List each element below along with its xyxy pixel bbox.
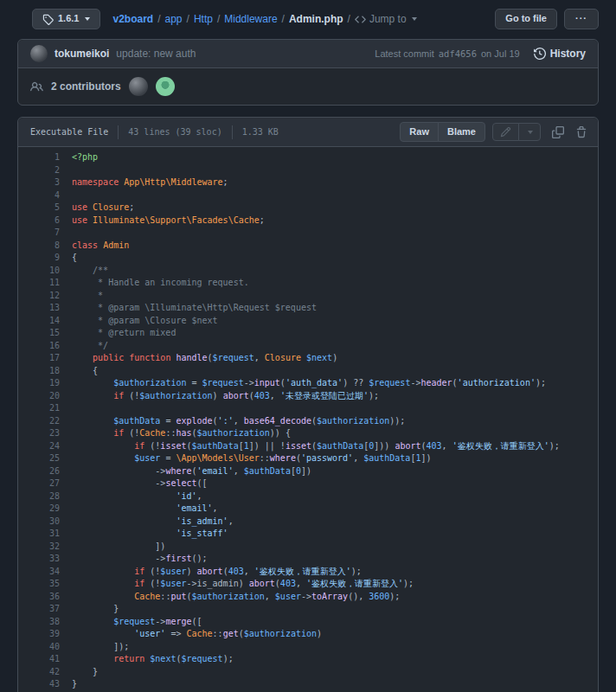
delete-file-button[interactable] (575, 126, 587, 138)
code-line-content: class Admin (60, 240, 598, 253)
contributor-avatar-2[interactable] (156, 77, 175, 96)
code-line: 18 { (18, 365, 598, 378)
tag-icon (42, 14, 54, 25)
edit-file-button[interactable] (492, 123, 519, 141)
code-table: 1<?php23namespace App\Http\Middleware;45… (18, 151, 598, 691)
code-line-content: { (60, 252, 598, 265)
line-number[interactable]: 16 (18, 340, 60, 353)
file-info: Executable File 43 lines (39 sloc) 1.33 … (30, 125, 279, 139)
code-line: 8class Admin (18, 240, 598, 253)
code-line: 25 $user = \App\Models\User::where('pass… (18, 452, 598, 465)
line-number[interactable]: 2 (18, 164, 60, 177)
commit-author-avatar[interactable] (30, 45, 48, 62)
line-number[interactable]: 29 (18, 503, 60, 516)
code-line: 28 'id', (18, 490, 598, 503)
line-number[interactable]: 3 (18, 176, 60, 189)
line-number[interactable]: 38 (18, 616, 60, 629)
breadcrumb-repo-link[interactable]: v2board (112, 13, 153, 25)
blame-button[interactable]: Blame (438, 122, 485, 142)
line-number[interactable]: 10 (18, 265, 60, 278)
line-number[interactable]: 19 (18, 377, 60, 390)
history-button[interactable]: History (534, 48, 586, 60)
line-number[interactable]: 41 (18, 653, 60, 666)
line-number[interactable]: 37 (18, 603, 60, 616)
edit-dropdown-button[interactable] (518, 123, 541, 141)
breadcrumb-current-file: Admin.php (289, 13, 343, 25)
breadcrumb-separator: / (217, 13, 220, 25)
jump-to-button[interactable]: Jump to (355, 13, 417, 25)
line-number[interactable]: 5 (18, 202, 60, 215)
code-line-content: * Handle an incoming request. (60, 277, 598, 290)
line-number[interactable]: 30 (18, 516, 60, 529)
contributor-avatar-1[interactable] (129, 77, 148, 96)
line-number[interactable]: 26 (18, 465, 60, 478)
line-number[interactable]: 6 (18, 215, 60, 227)
code-line: 13 * @param \Illuminate\Http\Request $re… (18, 302, 598, 315)
commit-sha-link[interactable]: adf4656 (439, 48, 477, 59)
file-size: 1.33 KB (242, 127, 279, 137)
line-number[interactable]: 28 (18, 490, 60, 503)
line-number[interactable]: 15 (18, 327, 60, 340)
line-number[interactable]: 27 (18, 477, 60, 490)
line-number[interactable]: 39 (18, 628, 60, 641)
line-number[interactable]: 9 (18, 252, 60, 265)
code-line: 23 if (!Cache::has($authorization)) { (18, 427, 598, 440)
code-line: 41 return $next($request); (18, 653, 598, 666)
line-number[interactable]: 13 (18, 302, 60, 315)
line-number[interactable]: 31 (18, 528, 60, 541)
commit-message[interactable]: update: new auth (116, 48, 196, 60)
line-number[interactable]: 32 (18, 541, 60, 554)
line-number[interactable]: 1 (18, 151, 60, 164)
breadcrumb-separator: / (282, 13, 285, 25)
line-number[interactable]: 11 (18, 277, 60, 290)
line-number[interactable]: 34 (18, 566, 60, 579)
file-page: 1.6.1 v2board / app / Http / Middleware … (0, 0, 616, 692)
line-number[interactable]: 21 (18, 402, 60, 415)
raw-button[interactable]: Raw (400, 122, 439, 142)
code-line-content: 'email', (60, 503, 598, 516)
caret-down-icon (412, 17, 417, 21)
line-number[interactable]: 8 (18, 240, 60, 253)
line-number[interactable]: 12 (18, 290, 60, 303)
line-number[interactable]: 22 (18, 415, 60, 428)
code-line-content: ->where('email', $authData[0]) (60, 465, 598, 478)
code-line: 36 Cache::put($authorization, $user->toA… (18, 591, 598, 604)
code-line: 3namespace App\Http\Middleware; (18, 176, 598, 189)
commit-box: tokumeikoi update: new auth Latest commi… (17, 39, 599, 106)
latest-commit-label: Latest commit (375, 48, 433, 59)
code-line-content: if (!isset($authData[1]) || !isset($auth… (60, 440, 598, 453)
line-number[interactable]: 33 (18, 553, 60, 566)
code-line-content: ]); (60, 641, 598, 654)
commit-author-link[interactable]: tokumeikoi (55, 48, 109, 60)
code-line-content (60, 402, 598, 415)
code-line-content: public function handle($request, Closure… (60, 352, 598, 365)
code-line: 10 /** (18, 265, 598, 278)
breadcrumb-dir-app[interactable]: app (165, 13, 183, 25)
line-number[interactable]: 23 (18, 427, 60, 440)
line-number[interactable]: 36 (18, 591, 60, 604)
breadcrumb-dir-middleware[interactable]: Middleware (224, 13, 277, 25)
line-number[interactable]: 25 (18, 452, 60, 465)
code-line: 34 if (!$user) abort(403, '鉴权失败，请重新登入'); (18, 566, 598, 579)
line-number[interactable]: 24 (18, 440, 60, 453)
go-to-file-button[interactable]: Go to file (495, 9, 557, 29)
line-number[interactable]: 42 (18, 666, 60, 679)
code-line: 2 (18, 164, 598, 177)
line-number[interactable]: 43 (18, 678, 60, 691)
code-icon (355, 14, 366, 25)
branch-select-button[interactable]: 1.6.1 (32, 9, 100, 29)
line-number[interactable]: 40 (18, 641, 60, 654)
breadcrumb-dir-http[interactable]: Http (194, 13, 213, 25)
line-number[interactable]: 18 (18, 365, 60, 378)
line-number[interactable]: 14 (18, 315, 60, 328)
code-line: 39 'user' => Cache::get($authorization) (18, 628, 598, 641)
line-number[interactable]: 20 (18, 390, 60, 403)
line-number[interactable]: 35 (18, 578, 60, 591)
file-actions: Raw Blame (400, 122, 587, 142)
copy-file-button[interactable] (552, 126, 564, 138)
contributors-link[interactable]: 2 contributors (51, 80, 121, 93)
line-number[interactable]: 17 (18, 352, 60, 365)
more-options-button[interactable]: ··· (564, 9, 599, 29)
line-number[interactable]: 7 (18, 227, 60, 240)
line-number[interactable]: 4 (18, 189, 60, 202)
